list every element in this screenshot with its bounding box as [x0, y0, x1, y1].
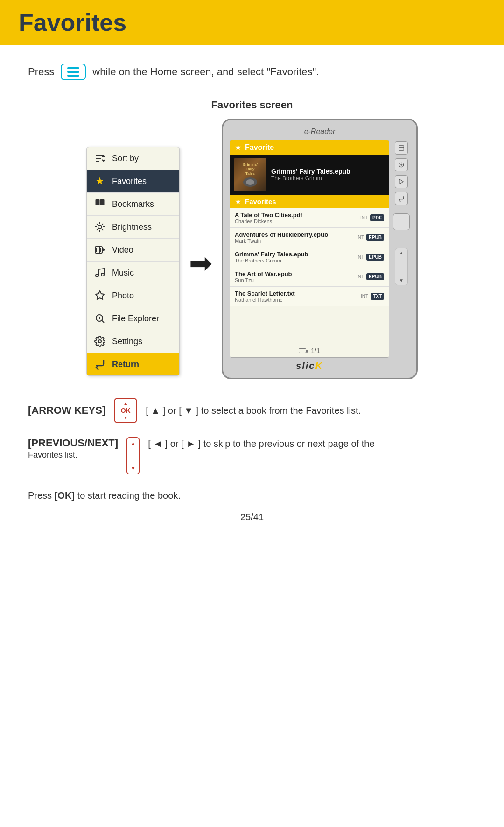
prev-next-instruction: [PREVIOUS/NEXT] Favorites list. ▲ ▼ [ ◄ … [28, 437, 476, 474]
svg-marker-21 [102, 248, 105, 251]
book-badges: INT TXT [361, 293, 384, 300]
slider-down-arrow[interactable]: ▼ [399, 278, 404, 283]
sidebar-item-settings[interactable]: Settings [87, 330, 179, 353]
featured-book-title: Grimms' Fairy Tales.epub [271, 168, 350, 175]
menu-lines [67, 67, 79, 77]
slider-up-arrow[interactable]: ▲ [399, 250, 404, 255]
prev-next-label: [PREVIOUS/NEXT] [28, 437, 118, 449]
book-info: Grimms' Fairy Tales.epub The Brothers Gr… [235, 251, 357, 263]
sidebar-item-favorites[interactable]: ★ Favorites [87, 170, 179, 193]
star-icon-bar: ★ [235, 143, 241, 152]
book-title: The Art of War.epub [235, 270, 357, 277]
featured-book[interactable]: Grimms'FairyTales Grimms' Fairy Tales.ep… [230, 155, 389, 195]
prev-next-label-group: [PREVIOUS/NEXT] Favorites list. [28, 437, 118, 461]
type-badge: EPUB [366, 273, 384, 280]
pagination: 1/1 [311, 347, 320, 354]
cover-text: Grimms'FairyTales [243, 163, 258, 176]
large-square-button[interactable] [393, 213, 410, 230]
book-list: A Tale of Two Cities.pdf Charles Dickens… [230, 208, 389, 306]
arrow-keys-text: [ ▲ ] or [ ▼ ] to select a book from the… [146, 404, 361, 417]
book-title: Adventures of Huckleberry.epub [235, 231, 357, 238]
menu-button-icon[interactable] [61, 64, 86, 80]
ok-arrow-down: ▼ [123, 415, 128, 420]
prev-next-text-suffix: Favorites list. [28, 450, 77, 459]
int-badge: INT [357, 274, 364, 279]
svg-point-7 [98, 225, 102, 229]
sidebar-item-label: Brightness [112, 222, 152, 232]
side-button-1[interactable] [395, 141, 408, 155]
side-button-4[interactable] [395, 192, 408, 205]
sidebar-item-sort-by[interactable]: Sort by [87, 147, 179, 170]
sidebar-item-brightness[interactable]: Brightness [87, 216, 179, 239]
photo-icon [93, 289, 106, 302]
sidebar-item-label: Settings [112, 337, 142, 346]
scroll-slider[interactable]: ▲ ▼ [395, 248, 408, 285]
svg-line-15 [97, 229, 98, 230]
book-author: Charles Dickens [235, 219, 360, 224]
int-badge: INT [361, 294, 368, 299]
int-badge: INT [360, 215, 368, 220]
page-number: 25/41 [28, 512, 476, 523]
ereader-screen: ★ Favorite Grimms'FairyTales [230, 140, 389, 358]
prev-arrow[interactable]: ▲ [131, 440, 136, 446]
sidebar-item-video[interactable]: Video [87, 239, 179, 262]
sort-icon [93, 152, 106, 165]
arrow-keys-instruction: [ARROW KEYS] ▲ OK ▼ [ ▲ ] or [ ▼ ] to se… [28, 398, 476, 423]
sidebar-item-label: Video [112, 245, 133, 255]
featured-book-info: Grimms' Fairy Tales.epub The Brothers Gr… [271, 168, 350, 182]
sidebar-item-label: Return [112, 360, 139, 369]
next-arrow[interactable]: ▼ [131, 466, 136, 471]
return-icon [93, 358, 106, 371]
int-badge: INT [357, 254, 364, 260]
int-badge: INT [357, 235, 364, 240]
device-area: Sort by ★ Favorites [28, 119, 476, 379]
favorites-bar-title: Favorite [245, 143, 274, 152]
sidebar-item-label: Music [112, 268, 134, 278]
bookmark-icon [93, 198, 106, 211]
book-badges: INT EPUB [357, 234, 384, 241]
sidebar-item-return[interactable]: Return [87, 353, 179, 375]
book-info: Adventures of Huckleberry.epub Mark Twai… [235, 231, 357, 244]
sidebar-item-file-explorer[interactable]: File Explorer [87, 307, 179, 330]
empty-space [230, 306, 389, 344]
sidebar-item-photo[interactable]: Photo [87, 284, 179, 307]
book-info: The Scarlet Letter.txt Nathaniel Hawthor… [235, 290, 361, 303]
svg-line-26 [102, 321, 105, 323]
list-item[interactable]: Adventures of Huckleberry.epub Mark Twai… [230, 228, 389, 247]
folder-icon [93, 312, 106, 325]
ereader-side-buttons: ▲ ▼ [393, 140, 410, 371]
star-icon: ★ [93, 175, 106, 188]
ereader-body: ★ Favorite Grimms'FairyTales [230, 140, 410, 371]
svg-line-14 [102, 224, 103, 225]
book-title: A Tale of Two Cities.pdf [235, 212, 360, 219]
arrow-keys-label: [ARROW KEYS] [28, 404, 105, 417]
sidebar-item-label: Favorites [112, 177, 147, 186]
favorites-section-bar: ★ Favorites [230, 195, 389, 208]
prev-next-slider-icon[interactable]: ▲ ▼ [126, 437, 140, 474]
sidebar-item-bookmarks[interactable]: Bookmarks [87, 193, 179, 216]
ok-button-icon[interactable]: ▲ OK ▼ [114, 398, 137, 423]
sidebar-menu: Sort by ★ Favorites [86, 147, 180, 376]
svg-marker-34 [399, 179, 403, 184]
sidebar-item-label: Sort by [112, 154, 139, 163]
sidebar-tab-indicator [133, 133, 133, 147]
star-icon-section: ★ [235, 197, 241, 206]
book-title: The Scarlet Letter.txt [235, 290, 361, 297]
list-item[interactable]: The Scarlet Letter.txt Nathaniel Hawthor… [230, 287, 389, 306]
sidebar-item-music[interactable]: Music [87, 262, 179, 284]
settings-icon [93, 335, 106, 348]
book-author: The Brothers Grimm [235, 258, 357, 263]
list-item[interactable]: The Art of War.epub Sun Tzu INT EPUB [230, 267, 389, 287]
svg-line-12 [97, 224, 98, 225]
book-cover-thumbnail: Grimms'FairyTales [234, 158, 266, 191]
list-item[interactable]: A Tale of Two Cities.pdf Charles Dickens… [230, 208, 389, 228]
side-button-3[interactable] [395, 175, 408, 188]
list-item[interactable]: Grimms' Fairy Tales.epub The Brothers Gr… [230, 247, 389, 267]
svg-rect-29 [399, 146, 404, 151]
type-badge: EPUB [366, 234, 384, 241]
instructions-section: [ARROW KEYS] ▲ OK ▼ [ ▲ ] or [ ▼ ] to se… [28, 398, 476, 502]
svg-line-13 [102, 229, 103, 230]
side-button-2[interactable] [395, 158, 408, 171]
screen-footer: 1/1 [230, 344, 389, 357]
ereader-screen-area: ★ Favorite Grimms'FairyTales [230, 140, 389, 371]
